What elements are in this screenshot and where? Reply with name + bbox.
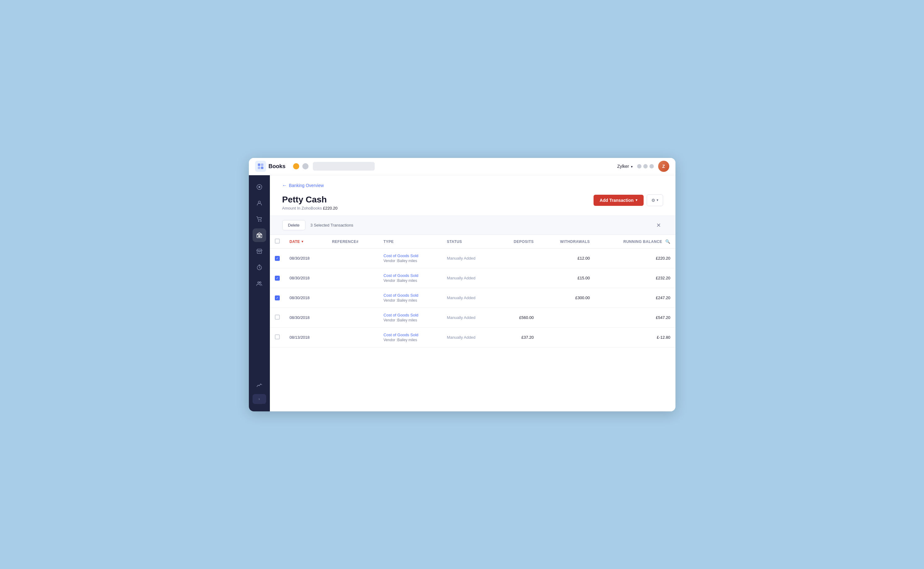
tx-vendor-3: Vendor :Bailey miles	[384, 318, 437, 323]
app-name: Books	[269, 163, 286, 170]
col-header-date[interactable]: DATE ▼	[285, 235, 327, 248]
window-dot-yellow	[293, 163, 299, 169]
date-sort-arrow-icon: ▼	[301, 240, 304, 243]
svg-rect-10	[259, 236, 259, 237]
transactions-table-container: DATE ▼ REFERENCE# TYPE STATUS DEPOSITS W…	[270, 235, 676, 411]
sidebar-item-shopping[interactable]	[253, 212, 266, 226]
sidebar: ›	[249, 175, 270, 411]
tx-type-link-2[interactable]: Cost of Goods Sold	[384, 293, 437, 298]
col-header-status: STATUS	[442, 235, 496, 248]
back-link[interactable]: ← Banking Overview	[282, 183, 663, 188]
back-link-text: Banking Overview	[289, 183, 324, 188]
row-balance-2: £247.20	[595, 288, 676, 308]
svg-rect-2	[258, 167, 260, 169]
row-reference-1	[327, 268, 379, 288]
row-withdrawals-4	[539, 328, 595, 347]
row-deposits-0	[496, 248, 539, 268]
select-all-checkbox[interactable]	[275, 239, 280, 243]
tx-type-link-4[interactable]: Cost of Goods Sold	[384, 333, 437, 337]
main-layout: › ← Banking Overview Petty Cash Amount I…	[249, 175, 676, 411]
row-type-0: Cost of Goods SoldVendor :Bailey miles	[379, 248, 442, 268]
settings-button[interactable]: ⚙ ▾	[647, 195, 663, 206]
row-deposits-3: £560.00	[496, 308, 539, 328]
add-transaction-button[interactable]: Add Transaction ▾	[594, 195, 644, 206]
sidebar-item-store[interactable]	[253, 245, 266, 258]
tx-type-link-0[interactable]: Cost of Goods Sold	[384, 253, 437, 258]
table-row: 08/30/2018Cost of Goods SoldVendor :Bail…	[270, 308, 676, 328]
search-column-icon[interactable]: 🔍	[665, 239, 670, 244]
tx-vendor-0: Vendor :Bailey miles	[384, 259, 437, 263]
selected-count-text: 3 Selected Transactions	[311, 223, 353, 227]
content-area: ← Banking Overview Petty Cash Amount In …	[270, 175, 676, 411]
col-header-checkbox	[270, 235, 285, 248]
table-row: ✓08/30/2018Cost of Goods SoldVendor :Bai…	[270, 268, 676, 288]
checkbox-3[interactable]	[275, 315, 280, 319]
col-header-withdrawals: WITHDRAWALS	[539, 235, 595, 248]
table-row: ✓08/30/2018Cost of Goods SoldVendor :Bai…	[270, 248, 676, 268]
svg-point-7	[258, 221, 259, 221]
col-header-type: TYPE	[379, 235, 442, 248]
page-info: Petty Cash Amount In ZohoBooks £220.20	[282, 195, 338, 211]
titlebar-search-bar	[313, 162, 374, 170]
row-reference-4	[327, 328, 379, 347]
wc-dot-1	[637, 164, 641, 169]
row-date-4: 08/13/2018	[285, 328, 327, 347]
selection-bar: Delete 3 Selected Transactions ✕	[270, 216, 676, 235]
row-type-4: Cost of Goods SoldVendor :Bailey miles	[379, 328, 442, 347]
row-reference-3	[327, 308, 379, 328]
sidebar-item-team[interactable]	[253, 277, 266, 290]
svg-point-5	[259, 186, 260, 188]
page-title: Petty Cash	[282, 195, 338, 205]
row-date-1: 08/30/2018	[285, 268, 327, 288]
tx-vendor-4: Vendor :Bailey miles	[384, 338, 437, 342]
checkbox-0[interactable]: ✓	[275, 256, 280, 261]
row-checkbox-4	[270, 328, 285, 347]
row-type-2: Cost of Goods SoldVendor :Bailey miles	[379, 288, 442, 308]
titlebar-right: Zylker ▾ Z	[617, 161, 669, 172]
row-checkbox-3	[270, 308, 285, 328]
row-status-4: Manually Added	[442, 328, 496, 347]
checkbox-4[interactable]	[275, 335, 280, 339]
tx-vendor-1: Vendor :Bailey miles	[384, 278, 437, 283]
row-type-1: Cost of Goods SoldVendor :Bailey miles	[379, 268, 442, 288]
app-logo: Books	[255, 161, 286, 172]
back-arrow-icon: ←	[282, 183, 287, 188]
col-header-deposits: DEPOSITS	[496, 235, 539, 248]
sidebar-item-contacts[interactable]	[253, 196, 266, 210]
svg-point-8	[260, 221, 261, 221]
sidebar-item-dashboard[interactable]	[253, 180, 266, 194]
tx-type-link-1[interactable]: Cost of Goods Sold	[384, 273, 437, 278]
row-status-2: Manually Added	[442, 288, 496, 308]
row-deposits-2	[496, 288, 539, 308]
checkbox-2[interactable]: ✓	[275, 295, 280, 300]
user-name[interactable]: Zylker ▾	[617, 164, 632, 169]
row-withdrawals-1: £15.00	[539, 268, 595, 288]
table-row: 08/13/2018Cost of Goods SoldVendor :Bail…	[270, 328, 676, 347]
close-selection-button[interactable]: ✕	[655, 221, 663, 230]
row-date-0: 08/30/2018	[285, 248, 327, 268]
sidebar-item-timer[interactable]	[253, 260, 266, 274]
tx-vendor-2: Vendor :Bailey miles	[384, 298, 437, 303]
svg-rect-9	[257, 234, 262, 238]
titlebar-controls	[293, 162, 617, 170]
row-deposits-1	[496, 268, 539, 288]
sidebar-item-banking[interactable]	[253, 228, 266, 242]
table-header: DATE ▼ REFERENCE# TYPE STATUS DEPOSITS W…	[270, 235, 676, 248]
settings-gear-icon: ⚙	[652, 198, 655, 203]
tx-type-link-3[interactable]: Cost of Goods Sold	[384, 313, 437, 317]
user-avatar[interactable]: Z	[658, 161, 669, 172]
row-checkbox-2: ✓	[270, 288, 285, 308]
window-controls	[637, 164, 654, 169]
row-status-1: Manually Added	[442, 268, 496, 288]
sidebar-expand-button[interactable]: ›	[253, 394, 266, 404]
page-subtitle: Amount In ZohoBooks £220.20	[282, 206, 338, 210]
row-balance-3: £547.20	[595, 308, 676, 328]
sidebar-item-analytics[interactable]	[253, 378, 266, 392]
row-date-2: 08/30/2018	[285, 288, 327, 308]
delete-button[interactable]: Delete	[282, 220, 306, 230]
row-balance-0: £220.20	[595, 248, 676, 268]
row-date-3: 08/30/2018	[285, 308, 327, 328]
row-status-3: Manually Added	[442, 308, 496, 328]
wc-dot-3	[650, 164, 654, 169]
checkbox-1[interactable]: ✓	[275, 276, 280, 281]
